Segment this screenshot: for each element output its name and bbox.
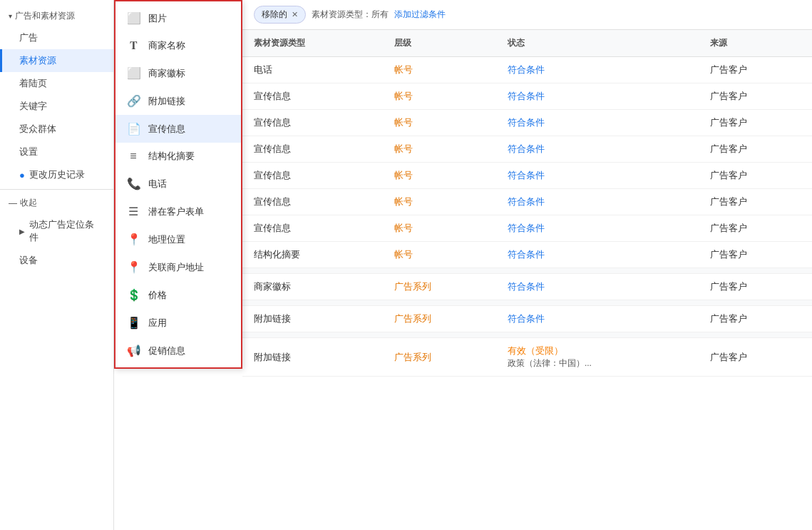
sidebar-item-history[interactable]: ● 更改历史记录	[0, 163, 113, 186]
cell-source: 广告客户	[699, 110, 812, 136]
sidebar-item-audience-label: 受众群体	[19, 123, 56, 136]
dropdown-item-promotion-label: 促销信息	[148, 345, 185, 357]
removed-chip-label: 移除的	[262, 9, 287, 21]
add-filter-link[interactable]: 添加过滤条件	[394, 9, 446, 21]
dropdown-item-affiliate-location-label: 关联商户地址	[148, 261, 204, 274]
doc-icon: 📄	[127, 122, 140, 136]
cell-status: 符合条件	[496, 306, 699, 332]
asset-type-label-text: 素材资源类型：所有	[312, 9, 389, 19]
cell-status: 符合条件	[496, 136, 699, 163]
pin-icon: 📍	[127, 233, 140, 246]
dropdown-item-structured-snippet-label: 结构化摘要	[148, 150, 195, 163]
sidebar-item-assets[interactable]: 素材资源	[0, 49, 113, 72]
asset-table-container: 素材资源类型 层级 状态 来源 电话 帐号 符合条件 广告客户 宣传信息 帐号 …	[242, 30, 812, 530]
dropdown-item-price[interactable]: 💲 价格	[115, 281, 241, 309]
cell-status: 符合条件	[496, 274, 699, 300]
sidebar-item-settings[interactable]: 设置	[0, 141, 113, 163]
dropdown-item-app[interactable]: 📱 应用	[115, 309, 241, 337]
add-filter-label: 添加过滤条件	[394, 9, 446, 19]
form-icon: ☰	[127, 205, 140, 218]
cell-asset-type: 结构化摘要	[242, 242, 383, 268]
table-row[interactable]: 电话 帐号 符合条件 广告客户	[242, 57, 812, 83]
sidebar-item-devices[interactable]: 设备	[0, 249, 113, 272]
cell-status: 符合条件	[496, 57, 699, 83]
cell-status: 符合条件	[496, 189, 699, 215]
cell-source: 广告客户	[699, 83, 812, 110]
megaphone-icon: 📢	[127, 344, 140, 357]
removed-filter-chip[interactable]: 移除的 ✕	[254, 6, 306, 24]
remove-filter-icon[interactable]: ✕	[292, 10, 298, 19]
dropdown-item-promotion-info[interactable]: 📄 宣传信息	[115, 115, 241, 143]
cell-source: 广告客户	[699, 189, 812, 215]
dropdown-item-phone[interactable]: 📞 电话	[115, 170, 241, 198]
dropdown-item-image[interactable]: ⬜ 图片	[115, 4, 241, 32]
table-row[interactable]: 宣传信息 帐号 符合条件 广告客户	[242, 83, 812, 110]
dropdown-item-image-label: 图片	[148, 12, 167, 25]
table-row[interactable]: 附加链接 广告系列 有效（受限）政策（法律：中国）... 广告客户	[242, 338, 812, 377]
expand-icon: ▾	[9, 12, 12, 20]
cell-level: 广告系列	[383, 306, 496, 332]
table-row[interactable]: 宣传信息 帐号 符合条件 广告客户	[242, 189, 812, 215]
col-status: 状态	[496, 30, 699, 57]
col-source: 来源	[699, 30, 812, 57]
table-row[interactable]: 商家徽标 广告系列 符合条件 广告客户	[242, 274, 812, 300]
table-row[interactable]: 宣传信息 帐号 符合条件 广告客户	[242, 110, 812, 136]
dropdown-item-sitelink[interactable]: 🔗 附加链接	[115, 87, 241, 115]
sidebar-item-landing[interactable]: 着陆页	[0, 72, 113, 95]
sidebar-item-keywords[interactable]: 关键字	[0, 95, 113, 118]
cell-level: 帐号	[383, 163, 496, 189]
col-asset-type: 素材资源类型	[242, 30, 383, 57]
sidebar-item-dynamic-label: 动态广告定位条件	[29, 218, 102, 244]
price-icon: 💲	[127, 288, 140, 302]
section-spacer	[242, 300, 812, 306]
cell-source: 广告客户	[699, 136, 812, 163]
sidebar-collapse[interactable]: — 收起	[0, 193, 113, 213]
asset-type-filter-label: 素材资源类型：所有	[312, 9, 389, 21]
dropdown-item-lead-form[interactable]: ☰ 潜在客户表单	[115, 198, 241, 225]
dropdown-item-app-label: 应用	[148, 317, 167, 330]
cell-asset-type: 宣传信息	[242, 136, 383, 163]
cell-source: 广告客户	[699, 242, 812, 268]
cell-status: 符合条件	[496, 163, 699, 189]
dropdown-item-affiliate-location[interactable]: 📍 关联商户地址	[115, 253, 241, 281]
sidebar-section-ads-assets[interactable]: ▾ 广告和素材资源	[0, 6, 113, 26]
image2-icon: ⬜	[127, 66, 140, 80]
dropdown-item-promotion[interactable]: 📢 促销信息	[115, 337, 241, 365]
cell-level: 帐号	[383, 242, 496, 268]
cell-asset-type: 宣传信息	[242, 83, 383, 110]
cell-level: 广告系列	[383, 338, 496, 377]
sidebar-item-dynamic[interactable]: ▶ 动态广告定位条件	[0, 213, 113, 249]
link-icon: 🔗	[127, 94, 140, 108]
table-row[interactable]: 宣传信息 帐号 符合条件 广告客户	[242, 215, 812, 242]
section-spacer	[242, 332, 812, 338]
sidebar-item-history-icon: ●	[19, 170, 25, 180]
dropdown-item-structured-snippet[interactable]: ≡ 结构化摘要	[115, 143, 241, 170]
cell-asset-type: 附加链接	[242, 338, 383, 377]
cell-level: 帐号	[383, 136, 496, 163]
cell-source: 广告客户	[699, 57, 812, 83]
sidebar-item-ads[interactable]: 广告	[0, 26, 113, 49]
dropdown-item-business-name[interactable]: 𝐓 商家名称	[115, 32, 241, 59]
cell-source: 广告客户	[699, 215, 812, 242]
collapse-icon: —	[9, 198, 17, 208]
sidebar-item-keywords-label: 关键字	[19, 100, 47, 113]
sidebar-item-audience[interactable]: 受众群体	[0, 118, 113, 141]
cell-source: 广告客户	[699, 274, 812, 300]
dropdown-item-location[interactable]: 📍 地理位置	[115, 225, 241, 253]
cell-level: 帐号	[383, 57, 496, 83]
dropdown-item-sitelink-label: 附加链接	[148, 95, 185, 108]
dropdown-item-price-label: 价格	[148, 289, 167, 302]
table-row[interactable]: 附加链接 广告系列 符合条件 广告客户	[242, 306, 812, 332]
dropdown-item-phone-label: 电话	[148, 178, 167, 190]
section-spacer	[242, 268, 812, 274]
cell-asset-type: 电话	[242, 57, 383, 83]
table-row[interactable]: 宣传信息 帐号 符合条件 广告客户	[242, 163, 812, 189]
sidebar: ▾ 广告和素材资源 广告 素材资源 着陆页 关键字 受众群体 设置 ● 更改历史…	[0, 0, 114, 530]
cell-level: 广告系列	[383, 274, 496, 300]
table-row[interactable]: 宣传信息 帐号 符合条件 广告客户	[242, 136, 812, 163]
cell-source: 广告客户	[699, 338, 812, 377]
table-header-row: 素材资源类型 层级 状态 来源	[242, 30, 812, 57]
table-row[interactable]: 结构化摘要 帐号 符合条件 广告客户	[242, 242, 812, 268]
dropdown-item-business-logo[interactable]: ⬜ 商家徽标	[115, 59, 241, 87]
cell-level: 帐号	[383, 83, 496, 110]
